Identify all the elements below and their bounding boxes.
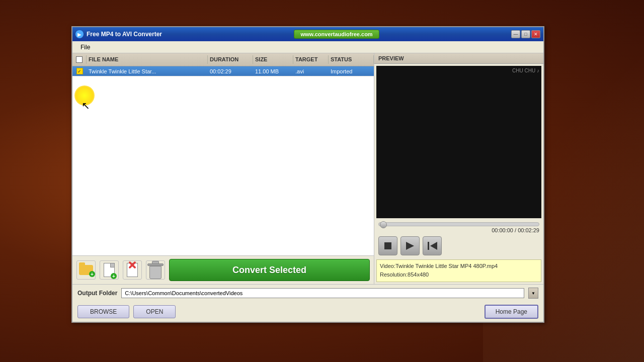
- stop-button[interactable]: [378, 236, 397, 255]
- file-info-name: Video:Twinkle Twinkle Little Star MP4 48…: [380, 262, 538, 271]
- open-button[interactable]: OPEN: [133, 305, 176, 318]
- preview-screen: CHU CHU ♪: [376, 66, 541, 218]
- time-current: 00:00:00: [492, 227, 513, 233]
- menu-bar: File: [72, 41, 543, 53]
- bottom-buttons: BROWSE OPEN Home Page: [72, 302, 543, 322]
- close-button[interactable]: ✕: [531, 30, 540, 38]
- toolbar: + +: [72, 255, 374, 284]
- main-window: ▶ Free MP4 to AVI Converter www.converta…: [71, 26, 544, 323]
- title-bar-left: ▶ Free MP4 to AVI Converter: [75, 30, 162, 38]
- doc-plus-icon: +: [111, 273, 117, 279]
- time-total: 00:02:29: [518, 227, 539, 233]
- file-list-header: FILE NAME DURATION SIZE TARGET STATUS: [72, 53, 374, 66]
- file-info-box: Video:Twinkle Twinkle Little Star MP4 48…: [376, 259, 541, 282]
- header-filename: FILE NAME: [87, 55, 208, 64]
- row-status: Imported: [329, 67, 374, 76]
- play-icon: [406, 242, 414, 250]
- window-controls: — □ ✕: [511, 30, 540, 38]
- convert-button[interactable]: Convert Selected: [169, 259, 370, 281]
- playback-controls: [374, 234, 543, 257]
- plus-icon: +: [89, 271, 95, 277]
- row-size: 11.00 MB: [253, 67, 293, 76]
- row-filename: Twinkle Twinkle Little Star...: [87, 67, 208, 76]
- file-panel: FILE NAME DURATION SIZE TARGET STATUS ✓ …: [72, 53, 374, 284]
- app-icon: ▶: [75, 30, 84, 38]
- menu-file[interactable]: File: [76, 43, 94, 52]
- row-checkbox[interactable]: ✓: [76, 68, 83, 74]
- header-size: SIZE: [253, 55, 293, 64]
- select-all-checkbox[interactable]: [76, 56, 83, 63]
- add-folder-button[interactable]: +: [76, 260, 96, 280]
- row-checkbox-cell: ✓: [72, 66, 87, 76]
- prev-button[interactable]: [423, 236, 442, 255]
- add-file-button[interactable]: +: [100, 260, 119, 280]
- title-bar: ▶ Free MP4 to AVI Converter www.converta…: [72, 27, 543, 41]
- output-dropdown[interactable]: ▼: [528, 288, 538, 299]
- prev-icon: [428, 242, 437, 250]
- seek-area: 00:00:00 / 00:02:29: [374, 220, 543, 234]
- header-status: STATUS: [329, 55, 374, 64]
- delete-button[interactable]: [146, 260, 165, 280]
- stop-icon: [384, 242, 391, 249]
- home-page-button[interactable]: Home Page: [485, 305, 538, 319]
- content-area: FILE NAME DURATION SIZE TARGET STATUS ✓ …: [72, 53, 543, 284]
- play-button[interactable]: [400, 236, 420, 255]
- seek-thumb[interactable]: [380, 221, 387, 228]
- browse-button[interactable]: BROWSE: [77, 305, 129, 318]
- maximize-button[interactable]: □: [521, 30, 530, 38]
- preview-overlay: CHU CHU ♪: [512, 68, 539, 73]
- file-info-resolution: Resolution:854x480: [380, 270, 538, 280]
- header-checkbox-col: [72, 55, 87, 64]
- output-label: Output Folder: [77, 290, 117, 297]
- website-label: www.convertaudiofree.com: [294, 30, 379, 39]
- row-target: .avi: [293, 67, 329, 76]
- preview-label: PREVIEW: [374, 53, 543, 64]
- preview-panel: PREVIEW CHU CHU ♪ 00:00:00 / 00:02:29: [374, 53, 543, 284]
- time-display: 00:00:00 / 00:02:29: [378, 226, 539, 234]
- header-duration: DURATION: [208, 55, 253, 64]
- minimize-button[interactable]: —: [511, 30, 520, 38]
- output-folder-row: Output Folder ▼: [72, 284, 543, 302]
- time-separator: /: [515, 227, 516, 233]
- clear-button[interactable]: [123, 260, 142, 280]
- seek-bar[interactable]: [378, 222, 539, 226]
- row-duration: 00:02:29: [208, 67, 253, 76]
- window-title: Free MP4 to AVI Converter: [87, 31, 162, 38]
- file-row[interactable]: ✓ Twinkle Twinkle Little Star... 00:02:2…: [72, 66, 374, 76]
- file-list-body[interactable]: ✓ Twinkle Twinkle Little Star... 00:02:2…: [72, 66, 374, 255]
- output-path-input[interactable]: [121, 288, 524, 298]
- header-target: TARGET: [293, 55, 329, 64]
